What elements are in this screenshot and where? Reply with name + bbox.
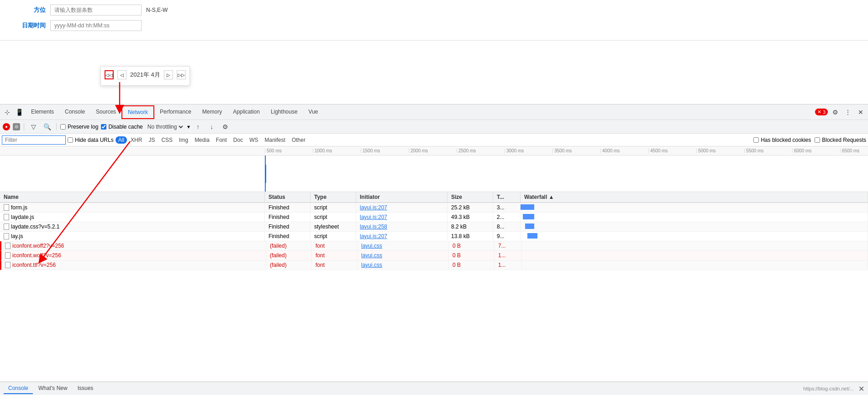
td-size-formjs: 25.2 kB bbox=[447, 203, 493, 212]
col-type[interactable]: Type bbox=[310, 192, 356, 202]
preserve-log-label[interactable]: Preserve log bbox=[60, 124, 98, 130]
tab-issues[interactable]: Issues bbox=[73, 383, 98, 394]
close-console-icon[interactable]: ✕ bbox=[858, 385, 864, 393]
calendar-widget: ◁◁ ◁ 2021年 4月 ▷ ▷▷ bbox=[100, 66, 190, 86]
col-initiator[interactable]: Initiator bbox=[356, 192, 447, 202]
hide-data-urls-label[interactable]: Hide data URLs bbox=[68, 137, 114, 143]
date-label: 日期时间 bbox=[9, 21, 46, 30]
td-waterfall-woff bbox=[522, 251, 868, 260]
tab-console[interactable]: Console bbox=[59, 106, 90, 119]
filter-ws[interactable]: WS bbox=[247, 136, 261, 144]
td-name-ttf: iconfont.ttf?v=256 bbox=[1, 260, 266, 270]
date-input[interactable] bbox=[50, 20, 142, 31]
initiator-link[interactable]: layui.css bbox=[361, 262, 382, 268]
blocked-requests-label[interactable]: Blocked Requests bbox=[815, 137, 866, 143]
tab-whats-new[interactable]: What's New bbox=[34, 383, 72, 394]
calendar-next-next[interactable]: ▷▷ bbox=[177, 70, 186, 79]
td-size-woff: 0 B bbox=[449, 251, 494, 260]
filter-icon[interactable]: ▽ bbox=[28, 121, 39, 132]
calendar-next[interactable]: ▷ bbox=[164, 70, 173, 79]
filter-types: All XHR JS CSS Img Media Font Doc WS Man… bbox=[116, 136, 752, 144]
devtools-tabs: Elements Console Sources Network Perform… bbox=[26, 105, 814, 119]
table-row[interactable]: iconfont.woff2?v=256 (failed) font layui… bbox=[0, 241, 868, 251]
close-devtools-icon[interactable]: ✕ bbox=[855, 107, 866, 118]
filter-doc[interactable]: Doc bbox=[231, 136, 246, 144]
filter-font[interactable]: Font bbox=[213, 136, 230, 144]
td-initiator-layjs: layui.js:207 bbox=[356, 232, 447, 241]
filter-all[interactable]: All bbox=[116, 136, 127, 144]
network-toolbar: ● ⊘ ▽ 🔍 Preserve log Disable cache No th… bbox=[0, 120, 868, 134]
tab-network[interactable]: Network bbox=[121, 105, 154, 119]
filter-right: Has blocked cookies Blocked Requests bbox=[753, 137, 866, 143]
td-time-ttf: 1... bbox=[494, 260, 522, 270]
blocked-cookies-label[interactable]: Has blocked cookies bbox=[753, 137, 811, 143]
initiator-link[interactable]: layui.js:207 bbox=[360, 233, 387, 239]
gear-icon[interactable]: ⚙ bbox=[220, 121, 231, 132]
ruler-3000: 3000 ms bbox=[505, 148, 552, 153]
col-status[interactable]: Status bbox=[265, 192, 310, 202]
td-initiator-laydatejs: layui.js:207 bbox=[356, 213, 447, 222]
initiator-link[interactable]: layui.js:258 bbox=[360, 223, 387, 230]
table-row[interactable]: lay.js Finished script layui.js:207 13.8… bbox=[0, 232, 868, 241]
settings-icon[interactable]: ⚙ bbox=[830, 107, 841, 118]
search-icon[interactable]: 🔍 bbox=[42, 121, 53, 132]
inspect-icon[interactable]: ⊹ bbox=[2, 107, 13, 118]
record-icon[interactable]: ● bbox=[3, 123, 10, 130]
table-row[interactable]: iconfont.woff?v=256 (failed) font layui.… bbox=[0, 251, 868, 260]
col-size[interactable]: Size bbox=[447, 192, 493, 202]
file-icon bbox=[5, 262, 11, 268]
device-icon[interactable]: 📱 bbox=[14, 107, 25, 118]
filter-other[interactable]: Other bbox=[289, 136, 308, 144]
tab-memory[interactable]: Memory bbox=[197, 106, 227, 119]
blocked-requests-checkbox[interactable] bbox=[815, 137, 820, 143]
file-icon bbox=[5, 243, 11, 249]
col-waterfall[interactable]: Waterfall ▲ bbox=[521, 192, 868, 202]
disable-cache-label[interactable]: Disable cache bbox=[101, 124, 142, 130]
filter-media[interactable]: Media bbox=[192, 136, 212, 144]
filter-img[interactable]: Img bbox=[176, 136, 191, 144]
tab-elements[interactable]: Elements bbox=[26, 106, 59, 119]
col-name[interactable]: Name bbox=[0, 192, 265, 202]
console-bar: Console What's New Issues https://blog.c… bbox=[0, 381, 868, 395]
td-status-laydatejs: Finished bbox=[265, 213, 310, 222]
td-waterfall-laydatecss bbox=[521, 222, 868, 231]
blocked-cookies-checkbox[interactable] bbox=[753, 137, 759, 143]
upload-icon[interactable]: ↑ bbox=[193, 121, 204, 132]
table-row[interactable]: laydate.js Finished script layui.js:207 … bbox=[0, 213, 868, 222]
position-input[interactable] bbox=[50, 5, 142, 16]
tab-performance[interactable]: Performance bbox=[154, 106, 197, 119]
tab-sources[interactable]: Sources bbox=[90, 106, 121, 119]
position-suffix: N-S,E-W bbox=[146, 7, 168, 13]
initiator-link[interactable]: layui.css bbox=[361, 252, 382, 259]
error-badge: ✕ 3 bbox=[815, 109, 828, 115]
tab-application[interactable]: Application bbox=[227, 106, 265, 119]
tab-console-bottom[interactable]: Console bbox=[4, 383, 33, 394]
calendar-prev-prev[interactable]: ◁◁ bbox=[105, 70, 114, 79]
file-icon bbox=[5, 252, 11, 259]
filter-js[interactable]: JS bbox=[146, 136, 158, 144]
initiator-link[interactable]: layui.js:207 bbox=[360, 204, 387, 211]
tab-vue[interactable]: Vue bbox=[303, 106, 324, 119]
col-time[interactable]: T... bbox=[493, 192, 521, 202]
initiator-link[interactable]: layui.css bbox=[361, 243, 382, 249]
filter-manifest[interactable]: Manifest bbox=[262, 136, 288, 144]
table-row[interactable]: form.js Finished script layui.js:207 25.… bbox=[0, 203, 868, 213]
table-row[interactable]: iconfont.ttf?v=256 (failed) font layui.c… bbox=[0, 260, 868, 270]
download-icon[interactable]: ↓ bbox=[206, 121, 217, 132]
preserve-log-checkbox[interactable] bbox=[60, 124, 66, 130]
td-type-woff2: font bbox=[312, 241, 358, 250]
throttle-select[interactable]: No throttling bbox=[146, 123, 184, 130]
table-row[interactable]: laydate.css?v=5.2.1 Finished stylesheet … bbox=[0, 222, 868, 232]
waterfall-bar bbox=[527, 233, 537, 239]
filter-css[interactable]: CSS bbox=[158, 136, 175, 144]
more-icon[interactable]: ⋮ bbox=[842, 107, 853, 118]
hide-data-urls-checkbox[interactable] bbox=[68, 137, 73, 143]
filter-xhr[interactable]: XHR bbox=[128, 136, 145, 144]
tab-lighthouse[interactable]: Lighthouse bbox=[265, 106, 303, 119]
calendar-prev[interactable]: ◁ bbox=[117, 70, 126, 79]
stop-icon[interactable]: ⊘ bbox=[13, 123, 20, 130]
initiator-link[interactable]: layui.js:207 bbox=[360, 214, 387, 220]
disable-cache-checkbox[interactable] bbox=[101, 124, 106, 130]
filename: laydate.css?v=5.2.1 bbox=[11, 223, 59, 230]
filter-input[interactable] bbox=[2, 135, 66, 145]
